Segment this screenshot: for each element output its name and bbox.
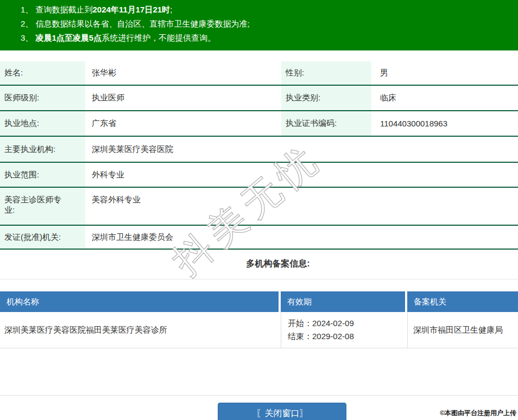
cell-validity-period: 开始：2024-02-09 结束：2029-02-08: [281, 312, 407, 348]
column-header-filing-authority: 备案机关: [407, 291, 518, 312]
notice-line-3: 3、 凌晨1点至凌晨5点系统进行维护，不能提供查询。: [0, 31, 518, 45]
upload-attribution-note: ©本图由平台注册用户上传: [440, 409, 516, 418]
table-row: 姓名: 张华彬 性别: 男: [0, 61, 518, 86]
cell-filing-authority: 深圳市福田区卫生健康局: [407, 312, 518, 348]
column-header-institution: 机构名称: [0, 291, 279, 312]
field-label-practice-scope: 执业范围:: [0, 163, 85, 187]
notice-text-post: 系统进行维护，不能提供查询。: [102, 33, 216, 42]
notice-text: 信息数据结果以各省、自治区、直辖市卫生健康委数据为准;: [36, 19, 250, 28]
field-value-issuing-authority: 深圳市卫生健康委员会: [85, 226, 518, 249]
field-label-issuing-authority: 发证(批准)机关:: [0, 226, 85, 249]
field-value-main-institution: 深圳美莱医疗美容医院: [85, 137, 518, 162]
notice-text: 查询数据截止到: [36, 5, 93, 14]
table-row: 执业范围: 外科专业: [0, 163, 518, 188]
notice-line-1: 1、 查询数据截止到2024年11月17日21时;: [0, 3, 518, 17]
notice-number: 1、: [21, 5, 33, 14]
table-row: 深圳美莱医疗美容医院福田美莱医疗美容诊所 开始：2024-02-09 结束：20…: [0, 312, 518, 348]
table-row: 执业地点: 广东省 执业证书编码: 110440300018963: [0, 111, 518, 137]
footer-divider: [0, 395, 518, 396]
notice-number: 3、: [21, 33, 33, 42]
field-value-certificate-number: 110440300018963: [371, 111, 518, 136]
notice-line-2: 2、 信息数据结果以各省、自治区、直辖市卫生健康委数据为准;: [0, 17, 518, 31]
multi-org-table-header: 机构名称 有效期 备案机关: [0, 291, 518, 312]
field-value-practice-category: 临床: [371, 86, 518, 110]
table-row: 医师级别: 执业医师 执业类别: 临床: [0, 86, 518, 111]
field-label-certificate-number: 执业证书编码:: [281, 111, 371, 136]
practitioner-info-table: 姓名: 张华彬 性别: 男 医师级别: 执业医师 执业类别: 临床 执业地点: …: [0, 61, 518, 250]
validity-start: 开始：2024-02-09: [288, 317, 407, 330]
field-value-cosmetic-specialty: 美容外科专业: [85, 188, 518, 225]
field-label-main-institution: 主要执业机构:: [0, 137, 85, 162]
multi-org-section-title: 多机构备案信息:: [0, 258, 518, 270]
field-label-doctor-level: 医师级别:: [0, 86, 85, 110]
table-row: 主要执业机构: 深圳美莱医疗美容医院: [0, 137, 518, 163]
column-header-validity: 有效期: [281, 291, 405, 312]
multi-org-table: 机构名称 有效期 备案机关 深圳美莱医疗美容医院福田美莱医疗美容诊所 开始：20…: [0, 291, 518, 348]
close-window-button[interactable]: 〖关闭窗口〗: [218, 403, 346, 420]
validity-end: 结束：2029-02-08: [288, 330, 407, 343]
notice-banner: 1、 查询数据截止到2024年11月17日21时; 2、 信息数据结果以各省、自…: [0, 0, 518, 50]
field-value-name: 张华彬: [85, 61, 281, 85]
field-value-doctor-level: 执业医师: [85, 86, 281, 110]
section-divider: [0, 279, 518, 279]
field-label-gender: 性别:: [281, 61, 371, 85]
notice-text-bold: 凌晨1点至凌晨5点: [36, 33, 102, 42]
notice-text-bold: 2024年11月17日21时: [93, 5, 170, 14]
field-label-name: 姓名:: [0, 61, 85, 85]
field-value-gender: 男: [371, 61, 518, 85]
field-label-cosmetic-specialty: 美容主诊医师专业:: [0, 188, 85, 225]
field-value-practice-location: 广东省: [85, 111, 281, 136]
field-value-practice-scope: 外科专业: [85, 163, 518, 187]
notice-text-post: ;: [170, 5, 172, 14]
table-row: 发证(批准)机关: 深圳市卫生健康委员会: [0, 226, 518, 250]
field-label-practice-category: 执业类别:: [281, 86, 371, 110]
field-label-practice-location: 执业地点:: [0, 111, 85, 136]
notice-number: 2、: [21, 19, 33, 28]
table-row: 美容主诊医师专业: 美容外科专业: [0, 188, 518, 226]
cell-institution-name: 深圳美莱医疗美容医院福田美莱医疗美容诊所: [0, 312, 281, 348]
